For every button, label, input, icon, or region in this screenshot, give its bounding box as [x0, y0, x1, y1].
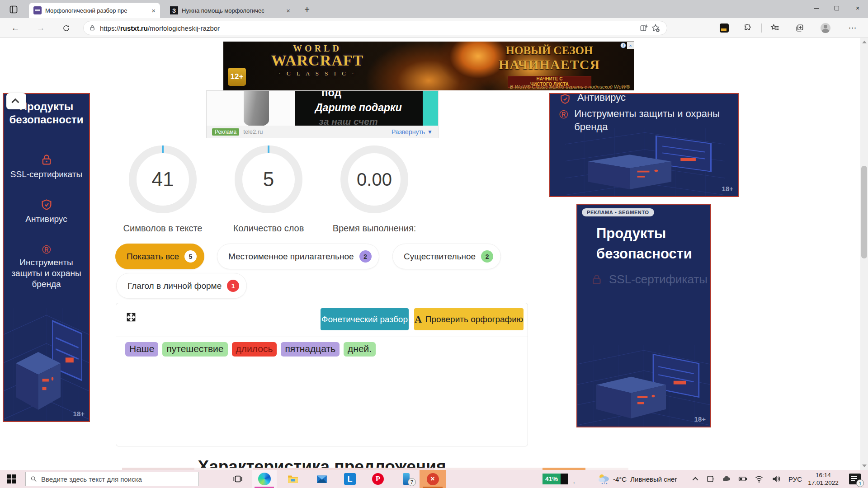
task-view-button[interactable]: [231, 473, 244, 485]
refresh-icon: [62, 24, 70, 32]
banner-footnote: В WoW® Classic можно играть с подпиской …: [510, 84, 630, 89]
lock-icon: [89, 25, 95, 31]
age-rating-badge: 18+: [73, 410, 85, 418]
extensions-button[interactable]: [741, 22, 754, 34]
page-scrollbar[interactable]: [860, 38, 868, 470]
circle-tick: [268, 145, 269, 153]
extension-shortcut-button[interactable]: [718, 22, 731, 34]
tray-volume-button[interactable]: [771, 475, 781, 483]
filter-noun[interactable]: Существительное 2: [392, 244, 501, 269]
ad-close-icon[interactable]: ×: [627, 42, 634, 49]
weather-widget[interactable]: -4°C Ливневый снег: [598, 473, 677, 485]
age-rating-badge: 18+: [722, 185, 733, 192]
tray-device-button[interactable]: [705, 475, 715, 483]
tab-close-icon[interactable]: ×: [151, 7, 156, 14]
taskbar-mail-app[interactable]: [316, 473, 328, 485]
spellcheck-letter-icon: А: [415, 314, 422, 325]
tab-title: Морфологический разбор пре: [45, 7, 148, 14]
fullscreen-icon[interactable]: [126, 312, 136, 322]
tab-morphological-analysis[interactable]: Морфологический разбор пре ×: [29, 3, 160, 18]
url-text: https://rustxt.ru/morfologicheskij-razbo…: [100, 24, 638, 32]
settings-menu-button[interactable]: ⋯: [846, 22, 859, 34]
spellcheck-button[interactable]: А Проверить орфографию: [414, 308, 524, 330]
shield-icon: [559, 93, 571, 105]
minimize-button[interactable]: [806, 0, 826, 16]
profile-button[interactable]: [819, 22, 832, 34]
collections-button[interactable]: [793, 22, 806, 34]
taskbar-active-app[interactable]: ×: [420, 470, 446, 488]
clock-widget[interactable]: 16:14 17.01.2022: [804, 472, 843, 487]
stat-label: Символов в тексте: [123, 223, 203, 234]
split-screen-button[interactable]: [638, 22, 650, 34]
notification-count-badge: 1: [856, 479, 864, 487]
word-token[interactable]: путешествие: [162, 342, 227, 357]
l-app-icon: L: [344, 473, 356, 485]
taskbar-phone-app[interactable]: 7: [400, 473, 412, 485]
taskbar-edge-app[interactable]: [252, 470, 277, 488]
scroll-up-arrow[interactable]: [862, 41, 867, 43]
favorites-button[interactable]: [769, 22, 781, 34]
new-tab-button[interactable]: +: [300, 4, 314, 15]
address-bar[interactable]: https://rustxt.ru/morfologicheskij-razbo…: [83, 21, 667, 35]
scroll-down-arrow[interactable]: [862, 465, 867, 467]
cloud-icon: [722, 474, 731, 483]
registered-icon: ®: [559, 108, 568, 120]
search-input[interactable]: [41, 475, 194, 483]
tray-battery-button[interactable]: [738, 475, 748, 483]
browser-toolbar: ← → https://rustxt.ru/morfologicheskij-r…: [0, 18, 868, 38]
notification-center-button[interactable]: 1: [849, 474, 861, 484]
ad-controls: i ×: [620, 42, 634, 49]
taskbar-explorer-app[interactable]: [287, 473, 299, 485]
tray-wifi-button[interactable]: [754, 475, 764, 483]
tab-actions-icon: [9, 5, 18, 14]
maximize-button[interactable]: [826, 0, 847, 16]
battery-percent-widget[interactable]: 41%: [542, 474, 568, 484]
filter-show-all[interactable]: Показать все 5: [115, 244, 204, 269]
close-window-button[interactable]: ×: [847, 0, 868, 16]
filter-verb-personal-form[interactable]: Глагол в личной форме 1: [116, 273, 247, 299]
start-button[interactable]: [7, 474, 16, 483]
weather-temp: -4°C: [613, 475, 627, 483]
taskbar-pinterest-app[interactable]: P: [372, 473, 384, 485]
tab-close-icon[interactable]: ×: [286, 7, 290, 14]
edge-icon: [258, 473, 271, 485]
notification-count-badge: 7: [408, 478, 416, 486]
battery-percent-label: 41%: [542, 474, 561, 484]
tab-help-morphology[interactable]: З Нужна помощь морфологичес ×: [165, 4, 295, 17]
expand-ad-button[interactable]: Развернуть▼: [392, 128, 433, 136]
tray-expand-button[interactable]: [691, 475, 701, 483]
banner-headline: НОВЫЙ СЕЗОН НАЧИНАЕТСЯ: [491, 44, 608, 72]
notification-lines: [851, 476, 857, 477]
ad-info-icon[interactable]: i: [621, 43, 626, 48]
taskbar-search[interactable]: [25, 472, 199, 486]
refresh-button[interactable]: [60, 22, 72, 34]
phonetic-analysis-button[interactable]: Фонетический разбор: [321, 308, 409, 330]
right-bottom-ad[interactable]: РЕКЛАМА • SEGMENTO Продукты безопасности…: [576, 204, 711, 427]
taskbar-l-app[interactable]: L: [344, 473, 356, 485]
video-ad-frame[interactable]: под Дарите подарки за наш счет: [207, 91, 438, 127]
red-x-icon: ×: [427, 473, 439, 485]
word-token[interactable]: дней.: [344, 342, 376, 357]
ad-item-ssl: SSL-сертификаты: [4, 154, 89, 180]
word-token[interactable]: пятнадцать: [281, 342, 340, 357]
word-token[interactable]: длилось: [232, 342, 277, 357]
scroll-to-top-button[interactable]: [6, 93, 26, 109]
back-button[interactable]: ←: [9, 22, 22, 34]
scrollbar-thumb[interactable]: [861, 166, 867, 258]
right-top-ad[interactable]: Антивирус ® Инструменты защиты и охраны …: [549, 93, 739, 197]
tab-actions-menu-button[interactable]: [6, 3, 21, 15]
language-indicator[interactable]: РУС: [788, 475, 802, 483]
word-token[interactable]: Наше: [125, 342, 158, 357]
filter-pronominal-adjective[interactable]: Местоименное прилагательное 2: [217, 244, 379, 269]
add-favorite-button[interactable]: [650, 22, 661, 34]
tray-onedrive-button[interactable]: [722, 475, 731, 483]
device-icon: [706, 475, 714, 483]
count-badge: 5: [184, 250, 197, 263]
circle-tick: [162, 145, 164, 153]
ad-title: Продукты безопасности: [596, 224, 692, 264]
weather-condition: Ливневый снег: [630, 475, 677, 483]
pinterest-icon: P: [372, 473, 384, 485]
wow-banner-ad[interactable]: 12+ WORLD WARCRAFT · C L A S S I C · НОВ…: [223, 42, 634, 90]
video-ad-card: под Дарите подарки за наш счет Реклама t…: [206, 90, 439, 138]
left-sidebar-ad[interactable]: Продукты безопасности SSL-сертификаты Ан…: [3, 93, 90, 422]
